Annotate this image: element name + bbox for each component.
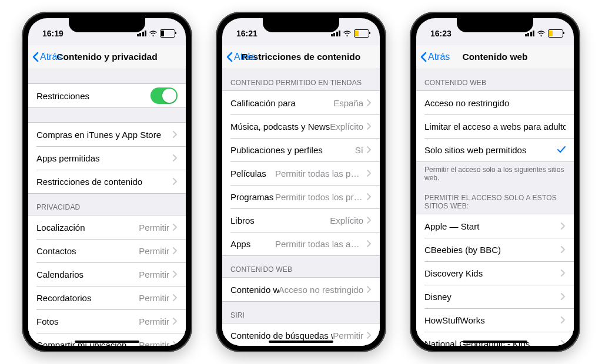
chevron-left-icon: [226, 52, 233, 62]
notch: [263, 18, 339, 32]
settings-row[interactable]: CalendariosPermitir: [28, 262, 186, 286]
chevron-right-icon: [173, 247, 178, 254]
settings-row[interactable]: LibrosExplícito: [222, 208, 380, 232]
notch: [457, 18, 533, 32]
settings-row[interactable]: Acceso no restringido: [416, 91, 574, 114]
wifi-icon: [149, 30, 158, 37]
phone-screen: 16:21 Atrás Restricciones de contenido C…: [222, 18, 380, 346]
status-time: 16:19: [42, 29, 63, 38]
cell-label: Restricciones: [36, 91, 150, 101]
settings-row[interactable]: RecordatoriosPermitir: [28, 286, 186, 309]
settings-row[interactable]: Solo sitios web permitidos: [416, 138, 574, 161]
cell-value: Sí: [355, 145, 363, 155]
settings-row[interactable]: AppsPermitir todas las apps: [222, 232, 380, 255]
chevron-right-icon: [173, 294, 178, 301]
wifi-icon: [343, 30, 352, 37]
settings-row[interactable]: Disney: [416, 285, 574, 308]
settings-row[interactable]: Contenido webAcceso no restringido: [222, 278, 380, 301]
chevron-right-icon: [367, 240, 372, 247]
section-footer: Permitir el acceso solo a los siguientes…: [416, 162, 574, 184]
status-time: 16:23: [430, 29, 452, 38]
cell-label: HowStuffWorks: [424, 315, 557, 325]
settings-row[interactable]: Restricciones de contenido: [28, 170, 186, 193]
cell-label: Limitar el acceso a webs para adultos: [424, 122, 566, 132]
chevron-left-icon: [420, 52, 427, 62]
section-header: SIRI: [222, 302, 380, 323]
settings-content[interactable]: CONTENIDO WEBAcceso no restringidoLimita…: [416, 69, 574, 346]
settings-row[interactable]: Compartir mi ubicaciónPermitir: [28, 333, 186, 346]
settings-row[interactable]: ContactosPermitir: [28, 239, 186, 262]
battery-icon: [354, 29, 369, 38]
cell-value: Permitir todas las películas: [275, 168, 363, 178]
cell-label: Fotos: [36, 316, 139, 326]
chevron-right-icon: [367, 123, 372, 130]
settings-row[interactable]: Publicaciones y perfilesSí: [222, 138, 380, 161]
settings-row[interactable]: Programas de TVPermitir todos los pro…: [222, 185, 380, 208]
cell-label: Programas de TV: [230, 192, 275, 202]
cell-value: Permitir: [139, 223, 169, 232]
cell-label: Apple — Start: [424, 221, 557, 231]
home-indicator[interactable]: [463, 341, 527, 343]
chevron-left-icon: [32, 52, 39, 62]
settings-row[interactable]: HowStuffWorks: [416, 308, 574, 332]
chevron-right-icon: [367, 332, 372, 339]
nav-bar: Atrás Contenido y privacidad: [28, 45, 186, 69]
settings-row[interactable]: CBeebies (by BBC): [416, 238, 574, 261]
cell-label: Acceso no restringido: [424, 98, 566, 108]
cell-value: Permitir: [139, 246, 169, 256]
settings-row[interactable]: Limitar el acceso a webs para adultos: [416, 114, 574, 138]
back-button[interactable]: Atrás: [32, 52, 62, 62]
home-indicator[interactable]: [75, 341, 139, 343]
settings-row[interactable]: Apps permitidas: [28, 146, 186, 170]
wifi-icon: [537, 30, 546, 37]
settings-row[interactable]: Apple — Start: [416, 214, 574, 238]
cell-label: Calificación para: [230, 98, 333, 108]
cell-label: Contenido web: [230, 285, 279, 295]
settings-content[interactable]: RestriccionesCompras en iTunes y App Sto…: [28, 69, 186, 346]
cell-label: Discovery Kids: [424, 268, 557, 278]
settings-row[interactable]: Discovery Kids: [416, 261, 574, 285]
settings-content[interactable]: CONTENIDO PERMITIDO EN TIENDASCalificaci…: [222, 69, 380, 346]
cell-value: Explícito: [330, 122, 363, 132]
settings-row[interactable]: Compras en iTunes y App Store: [28, 123, 186, 146]
checkmark-icon: [557, 146, 566, 153]
cell-value: Permitir: [139, 293, 169, 303]
chevron-right-icon: [173, 154, 178, 161]
chevron-right-icon: [173, 318, 178, 325]
cell-label: Contenido de búsquedas web: [230, 331, 333, 341]
toggle-switch[interactable]: [150, 87, 178, 104]
back-label: Atrás: [40, 52, 62, 62]
cell-value: Permitir todas las apps: [275, 239, 363, 249]
settings-row[interactable]: Restricciones: [28, 84, 186, 107]
chevron-right-icon: [173, 341, 178, 346]
chevron-right-icon: [561, 223, 566, 230]
phone-screen: 16:19 Atrás Contenido y privacidad Restr…: [28, 18, 186, 346]
chevron-right-icon: [561, 269, 566, 277]
cell-label: Libros: [230, 215, 330, 225]
cell-label: Compras en iTunes y App Store: [36, 130, 169, 140]
chevron-right-icon: [173, 271, 178, 278]
settings-row[interactable]: PelículasPermitir todas las películas: [222, 161, 380, 185]
section-header: PRIVACIDAD: [28, 194, 186, 215]
cell-label: CBeebies (by BBC): [424, 245, 557, 255]
phone-screen: 16:23 Atrás Contenido web CONTENIDO WEBA…: [416, 18, 574, 346]
chevron-right-icon: [367, 146, 372, 153]
settings-row[interactable]: National Geographic - Kids: [416, 332, 574, 346]
cell-value: Permitir: [333, 331, 363, 341]
back-button[interactable]: Atrás: [226, 52, 256, 62]
back-button[interactable]: Atrás: [420, 52, 450, 62]
cell-value: Permitir: [139, 316, 169, 326]
chevron-right-icon: [367, 170, 372, 177]
chevron-right-icon: [367, 193, 372, 200]
phone-frame: 16:21 Atrás Restricciones de contenido C…: [216, 12, 386, 352]
settings-row[interactable]: FotosPermitir: [28, 309, 186, 333]
back-label: Atrás: [428, 52, 450, 62]
cell-value: Permitir: [139, 269, 169, 279]
chevron-right-icon: [367, 99, 372, 106]
home-indicator[interactable]: [269, 341, 333, 343]
settings-row[interactable]: Música, podcasts y NewsExplícito: [222, 114, 380, 138]
settings-row[interactable]: LocalizaciónPermitir: [28, 215, 186, 239]
cell-label: Localización: [36, 223, 139, 232]
settings-row[interactable]: Calificación paraEspaña: [222, 91, 380, 114]
phone-frame: 16:23 Atrás Contenido web CONTENIDO WEBA…: [410, 12, 580, 352]
